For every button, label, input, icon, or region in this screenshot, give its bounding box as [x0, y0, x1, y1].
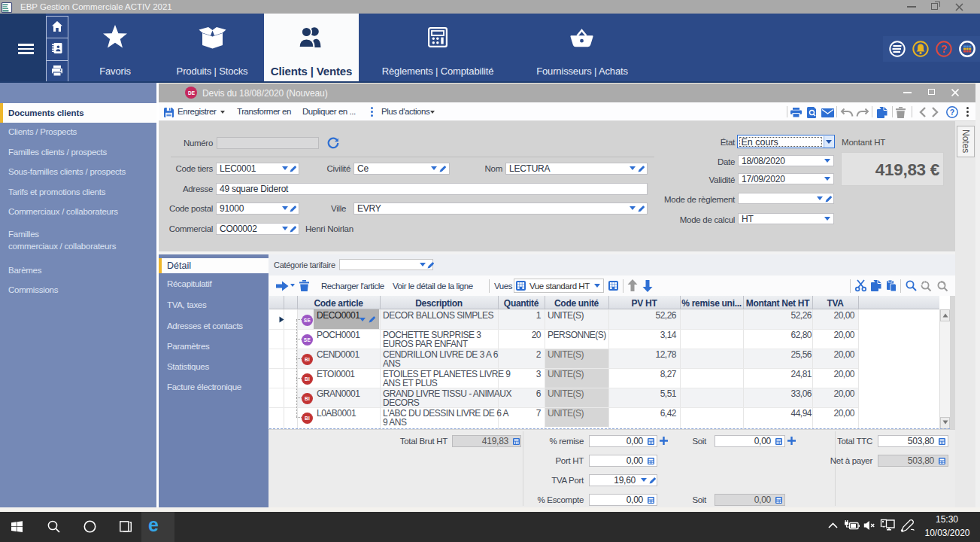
- svg-text:?: ?: [941, 43, 948, 55]
- svg-text:?: ?: [950, 108, 954, 117]
